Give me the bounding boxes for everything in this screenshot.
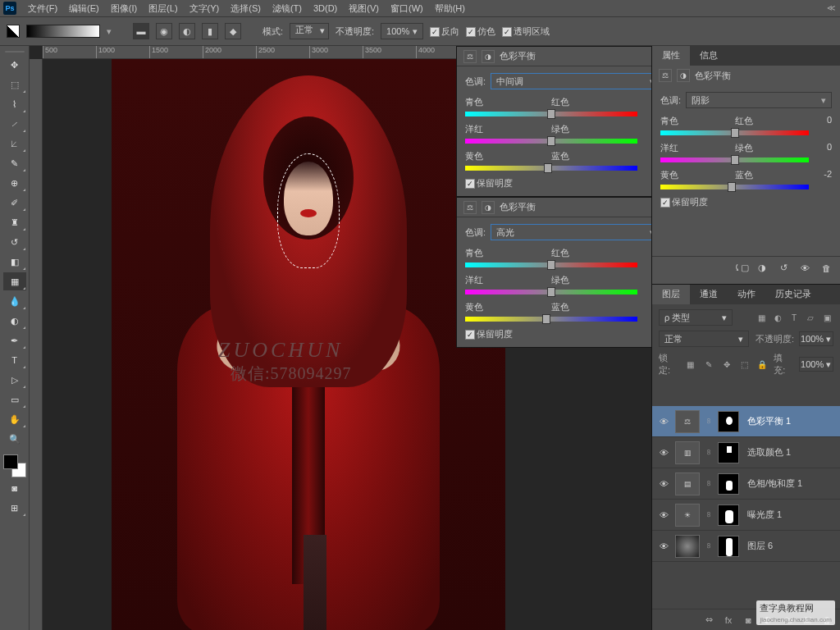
opacity-value[interactable]: 100%▾ [381,23,423,39]
marquee-tool[interactable]: ⬚ [3,75,26,94]
visibility-icon[interactable]: 👁 [797,262,812,275]
preserve-luminosity-check[interactable]: ✓保留明度 [465,329,513,339]
filter-adjust-icon[interactable]: ◐ [771,311,784,324]
layer-blend-select[interactable]: 正常 [659,331,749,347]
layer-row[interactable]: 👁 𝟾 图层 6 [652,531,840,562]
layer-mask-thumb[interactable] [718,504,739,526]
link-icon[interactable]: 𝟾 [705,510,713,519]
lock-all-icon[interactable]: 🔒 [756,358,769,371]
blur-tool[interactable]: 💧 [3,292,26,310]
gradient-tool[interactable]: ▦ [3,272,26,290]
zoom-tool[interactable]: 🔍 [3,430,26,448]
prev-state-icon[interactable]: ◑ [755,262,769,275]
color-swatches[interactable] [3,454,26,477]
visibility-icon[interactable]: 👁 [657,509,670,522]
trash-icon[interactable]: 🗑 [819,262,833,275]
gradient-radial-icon[interactable]: ◉ [156,23,172,39]
fill-value[interactable]: 100% [799,357,833,372]
tab-info[interactable]: 信息 [690,46,728,66]
tab-properties[interactable]: 属性 [652,46,690,66]
dodge-tool[interactable]: ◐ [3,312,26,330]
slider-yellow-blue[interactable]: 黄色蓝色-2 [660,169,832,189]
layer-thumb[interactable] [675,535,700,558]
layer-thumb[interactable]: ☀ [675,504,700,527]
layer-name[interactable]: 色相/饱和度 1 [744,477,835,490]
visibility-icon[interactable]: 👁 [657,415,670,428]
history-brush-tool[interactable]: ↺ [3,233,26,251]
eyedropper-tool[interactable]: ✎ [3,154,26,172]
layer-thumb[interactable]: ▤ [675,472,700,495]
layer-name[interactable]: 选取颜色 1 [744,446,835,459]
gradient-reflected-icon[interactable]: ▮ [202,23,218,39]
slider-magenta-green[interactable]: 洋红绿色0 [465,123,651,144]
stamp-tool[interactable]: ♜ [3,213,26,231]
tone-select-high[interactable]: 高光 [491,224,651,240]
layer-row[interactable]: 👁 ▤ 𝟾 色相/饱和度 1 [652,468,840,500]
layer-name[interactable]: 色彩平衡 1 [744,415,835,427]
add-mask-icon[interactable]: ◙ [742,614,755,627]
layer-thumb[interactable]: ⚖ [675,410,700,433]
link-icon[interactable]: 𝟾 [705,541,713,550]
reverse-checkbox[interactable]: ✓反向 [430,25,459,38]
visibility-icon[interactable]: 👁 [657,540,670,553]
gradient-picker[interactable] [26,25,100,38]
crop-tool[interactable]: ⟀ [3,135,26,153]
layer-row[interactable]: 👁 ▥ 𝟾 选取颜色 1 [652,437,840,468]
preserve-luminosity-check[interactable]: ✓保留明度 [660,197,708,207]
pen-tool[interactable]: ✒ [3,331,26,349]
menu-filter[interactable]: 滤镜(T) [267,1,307,16]
gradient-tool-icon[interactable] [7,25,20,38]
hand-tool[interactable]: ✋ [3,410,26,428]
layer-thumb[interactable]: ▥ [675,441,700,464]
layer-name[interactable]: 曝光度 1 [744,509,835,521]
tab-channels[interactable]: 通道 [690,285,728,304]
visibility-icon[interactable]: 👁 [657,477,670,491]
layer-filter-select[interactable]: ρ 类型 [659,309,733,326]
slider-magenta-green[interactable]: 洋红绿色0 [465,274,651,294]
gradient-angle-icon[interactable]: ◐ [179,23,195,39]
screen-mode-tool[interactable]: ⊞ [3,499,26,517]
slider-cyan-red[interactable]: 青色红色0 [465,247,651,267]
layer-fx-icon[interactable]: fx [722,614,735,627]
clip-icon[interactable]: ⤹▢ [733,262,748,275]
type-tool[interactable]: T [3,351,26,369]
tab-layers[interactable]: 图层 [652,285,690,304]
lock-position-icon[interactable]: ✥ [720,358,733,371]
layer-mask-thumb[interactable] [718,411,739,432]
menu-layer[interactable]: 图层(L) [144,1,182,16]
slider-cyan-red[interactable]: 青色红色0 [660,115,832,135]
layer-mask-thumb[interactable] [718,442,739,463]
tone-select-shadow[interactable]: 阴影 [686,92,832,108]
dither-checkbox[interactable]: ✓仿色 [466,25,495,38]
lock-transparent-icon[interactable]: ▦ [684,358,697,371]
slider-magenta-green[interactable]: 洋红绿色0 [660,142,832,162]
filter-type-icon[interactable]: T [788,311,801,324]
path-select-tool[interactable]: ▷ [3,371,26,389]
reset-icon[interactable]: ↺ [776,262,791,275]
layer-opacity-value[interactable]: 100% [799,331,833,346]
healing-tool[interactable]: ⊕ [3,174,26,192]
canvas[interactable]: 5001000 15002000 25003000 35004000 4500 … [30,46,651,630]
layer-name[interactable]: 图层 6 [744,540,835,552]
close-icon[interactable]: ≪ [827,3,835,12]
slider-yellow-blue[interactable]: 黄色蓝色-4 [465,301,651,322]
shape-tool[interactable]: ▭ [3,390,26,409]
visibility-icon[interactable]: 👁 [657,446,670,459]
toolbar-handle[interactable] [5,49,25,54]
preserve-luminosity-check[interactable]: ✓保留明度 [465,178,513,188]
link-icon[interactable]: 𝟾 [705,448,713,457]
slider-cyan-red[interactable]: 青色红色0 [465,96,651,116]
foreground-color-swatch[interactable] [3,454,18,469]
menu-3d[interactable]: 3D(D) [308,2,342,15]
menu-type[interactable]: 文字(Y) [185,1,225,16]
quickmask-tool[interactable]: ◙ [3,479,26,497]
filter-shape-icon[interactable]: ▱ [804,311,817,324]
menu-select[interactable]: 选择(S) [226,1,266,16]
tab-actions[interactable]: 动作 [728,285,765,304]
gradient-linear-icon[interactable]: ▬ [133,23,149,39]
quick-select-tool[interactable]: ⟋ [3,115,26,133]
link-icon[interactable]: 𝟾 [705,479,713,488]
gradient-diamond-icon[interactable]: ◆ [225,23,241,39]
link-layers-icon[interactable]: ⇔ [702,614,715,627]
link-icon[interactable]: 𝟾 [705,417,713,426]
